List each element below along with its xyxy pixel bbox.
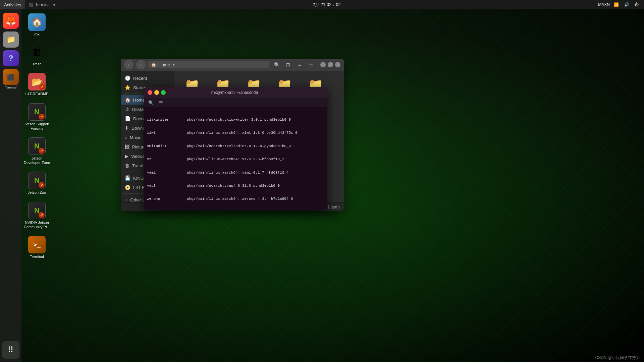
show-apps-icon: ⠿ — [8, 345, 14, 355]
downloads-sidebar-icon: ⬇ — [125, 125, 129, 131]
sidebar-recent-label: Recent — [133, 76, 147, 81]
terminal-desktop-icon: >_ — [28, 236, 46, 253]
videos-sidebar-icon: ▶ — [125, 154, 128, 159]
file-manager-maximize-btn[interactable] — [328, 62, 333, 67]
recent-icon: 🕐 — [125, 75, 130, 81]
file-manager-back-btn[interactable]: ‹ — [124, 60, 133, 69]
topbar-right: MAXN 📶 🔊 ⏻ — [594, 2, 644, 8]
terminal-line-1: xlsxwriter pkgs/main/noarch::xlsxwriter-… — [147, 117, 324, 122]
file-manager-status-text: 1 item) — [327, 205, 340, 209]
terminal-close-btn[interactable] — [148, 90, 152, 95]
sidebar-item-recent[interactable]: 🕐 Recent — [121, 73, 174, 83]
terminal-window-controls — [148, 90, 166, 95]
home-location-icon: 🏠 — [151, 62, 156, 67]
terminal-minimize-btn[interactable] — [154, 90, 159, 95]
terminal-line-4: xz pkgs/main/linux-aarch64::xz-5.2.5-hfd… — [147, 157, 324, 162]
file-manager-close-btn[interactable] — [335, 62, 340, 67]
desktop-icon-jetson-support[interactable]: N ↗ Jetson Support Forums — [23, 103, 50, 131]
topbar-username: MAXN — [598, 2, 610, 7]
file-manager-search-btn[interactable]: 🔍 — [272, 60, 281, 69]
file-manager-view-list-btn[interactable]: ≡ — [295, 60, 304, 69]
dock: 🦊 📁 ? ⬛ Terminal ⠿ — [0, 9, 21, 362]
desktop-icon-l4t[interactable]: 📂 ↗ L4T-README — [23, 73, 50, 96]
dock-item-firefox[interactable]: 🦊 — [2, 13, 19, 29]
jetson-zoo-icon: N ↗ — [28, 172, 46, 189]
terminal-dock-icon: ⬛ — [3, 69, 19, 85]
rhx-folder-icon: 🏠 — [28, 13, 46, 31]
bottom-bar-text: CSDN @小阮同学在努力 — [595, 355, 640, 360]
terminal-maximize-btn[interactable] — [161, 90, 166, 95]
desktop-icon-rhx[interactable]: 🏠 rhx — [23, 13, 50, 37]
jetson-support-overlay: ↗ — [39, 114, 45, 120]
topbar-terminal[interactable]: ⬛ Terminal ▼ — [25, 0, 59, 9]
jetson-zoo-overlay: ↗ — [39, 182, 45, 188]
sidebar-trash-label: Trash — [132, 163, 143, 168]
documents-sidebar-icon: 📄 — [125, 116, 130, 121]
trash-icon: 🗑 — [28, 43, 46, 61]
terminal-content[interactable]: xlsxwriter pkgs/main/noarch::xlsxwriter-… — [144, 107, 327, 209]
sidebar-videos-label: Videos — [131, 154, 145, 159]
dock-item-help[interactable]: ? — [2, 50, 19, 66]
dock-terminal-label: Terminal — [5, 86, 16, 89]
wifi-icon[interactable]: 📶 — [612, 2, 620, 8]
activities-label: Activities — [4, 2, 21, 7]
location-dropdown-icon: ▼ — [172, 63, 175, 67]
show-apps-area: ⠿ — [2, 341, 19, 359]
show-apps-button[interactable]: ⠿ — [2, 341, 19, 359]
topbar-terminal-label: Terminal — [35, 2, 50, 7]
file-manager-minimize-btn[interactable] — [320, 62, 326, 67]
terminal-line-2: xlwt pkgs/main/linux-aarch64::xlwt-1.3.0… — [147, 130, 324, 135]
file-manager-location-bar[interactable]: 🏠 Home ▼ — [148, 61, 269, 68]
l4t-label: L4T-README — [25, 92, 48, 96]
desktop-icon-nvidia-community[interactable]: N ↗ NVIDIA Jetson Community Pr... — [23, 202, 50, 229]
bottom-bar: CSDN @小阮同学在努力 — [591, 354, 644, 362]
starred-icon: ⭐ — [125, 85, 130, 90]
jetson-support-label: Jetson Support Forums — [23, 122, 50, 131]
terminal-window: rhx@rhx-orin: ~/anaconda 🔍 ☰ xlsxwriter … — [144, 87, 327, 209]
terminal-line-5: yaml pkgs/main/linux-aarch64::yaml-0.1.7… — [147, 170, 324, 175]
desktop-icon-jetson-dev[interactable]: N ↗ Jetson Developer Zone — [23, 137, 50, 165]
files-icon: 📁 — [3, 32, 19, 48]
music-sidebar-icon: ♪ — [125, 135, 127, 140]
terminal-search-btn[interactable]: 🔍 — [147, 99, 155, 107]
home-sidebar-icon: 🏠 — [125, 97, 130, 103]
file-manager-titlebar: ‹ › 🏠 Home ▼ 🔍 ⊞ ≡ ☰ — [121, 59, 344, 71]
volume-icon[interactable]: 🔊 — [623, 2, 631, 8]
terminal-title: rhx@rhx-orin: ~/anaconda — [168, 90, 301, 95]
firefox-icon: 🦊 — [3, 13, 19, 29]
terminal-line-7: zeromq pkgs/main/linux-aarch64::zeromq-4… — [147, 196, 324, 201]
help-icon: ? — [3, 50, 19, 66]
l4t-overlay-icon: ↗ — [39, 84, 45, 90]
terminal-menu-btn[interactable]: ☰ — [157, 99, 165, 107]
jetson-dev-icon: N ↗ — [28, 137, 46, 155]
file-manager-location-text: Home — [158, 62, 170, 67]
rhx-label: rhx — [34, 32, 39, 37]
file-manager-toolbar-right: 🔍 ⊞ ≡ ☰ — [272, 60, 316, 69]
file-manager-window-controls — [320, 62, 340, 67]
topbar: Activities ⬛ Terminal ▼ 2月 21 02：02 MAXN… — [0, 0, 644, 9]
file-manager-menu-btn[interactable]: ☰ — [306, 60, 316, 69]
terminal-toolbar: 🔍 ☰ — [144, 98, 327, 107]
desktop-sidebar-icon: 🖥 — [125, 107, 129, 112]
activities-button[interactable]: Activities — [0, 0, 25, 9]
file-manager-view-icon-btn[interactable]: ⊞ — [283, 60, 293, 69]
jetson-zoo-label: Jetson Zoo — [28, 190, 46, 195]
pictures-sidebar-icon: 🖼 — [125, 144, 129, 149]
sidebar-music-label: Music — [130, 135, 141, 140]
desktop-icon-jetson-zoo[interactable]: N ↗ Jetson Zoo — [23, 172, 50, 195]
desktop-icon-terminal[interactable]: >_ Terminal — [23, 236, 50, 259]
dock-item-terminal[interactable]: ⬛ Terminal — [2, 69, 19, 89]
power-icon[interactable]: ⏻ — [633, 2, 640, 8]
terminal-titlebar: rhx@rhx-orin: ~/anaconda — [144, 87, 327, 98]
dock-item-files[interactable]: 📁 — [2, 32, 19, 48]
jetson-dev-overlay: ↗ — [39, 148, 45, 154]
nvidia-community-overlay: ↗ — [39, 212, 45, 218]
kingston-sidebar-icon: 💾 — [125, 175, 130, 181]
trash-label: Trash — [32, 62, 42, 66]
jetson-support-icon: N ↗ — [28, 103, 46, 121]
nvidia-community-icon: N ↗ — [28, 202, 46, 219]
terminal-line-3: xmltodict pkgs/main/noarch::xmltodict-0.… — [147, 144, 324, 149]
nvidia-community-label: NVIDIA Jetson Community Pr... — [23, 221, 50, 229]
file-manager-forward-btn[interactable]: › — [136, 60, 146, 69]
desktop-icon-trash[interactable]: 🗑 Trash — [23, 43, 50, 66]
